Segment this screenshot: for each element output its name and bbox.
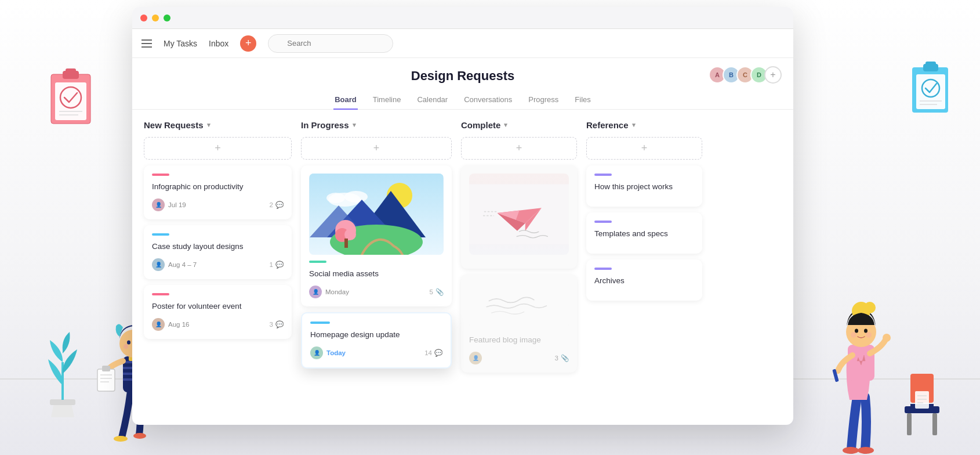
column-title-reference: Reference <box>586 120 629 130</box>
column-chevron-complete[interactable]: ▾ <box>504 121 507 129</box>
card-title-casestudy: Case study layout designs <box>152 241 284 252</box>
comment-count-social: 5 <box>430 288 433 295</box>
mountain-scene <box>309 174 444 255</box>
card-title-blog: Featured blog image <box>469 335 569 346</box>
minimize-button[interactable] <box>152 15 159 21</box>
column-header-in-progress: In Progress ▾ <box>301 119 452 131</box>
search-input[interactable] <box>268 34 393 53</box>
card-meta-blog: 👤 <box>469 352 482 364</box>
card-title-how-project: How this project works <box>594 182 694 193</box>
column-header-new-requests: New Requests ▾ <box>144 119 292 131</box>
card-comments-social: 5 📎 <box>430 288 444 296</box>
svg-point-61 <box>326 193 345 203</box>
card-image-blog <box>469 283 569 329</box>
card-footer-casestudy: 👤 Aug 4 – 7 1 💬 <box>152 258 284 271</box>
my-tasks-link[interactable]: My Tasks <box>164 39 197 48</box>
column-chevron-in-progress[interactable]: ▾ <box>353 121 356 129</box>
tab-files[interactable]: Files <box>574 91 591 110</box>
svg-rect-69 <box>344 239 348 248</box>
column-reference: Reference ▾ + How this project works Tem… <box>586 119 702 416</box>
comment-count-homepage: 14 <box>424 349 432 356</box>
column-new-requests: New Requests ▾ + Infographic on producti… <box>144 119 292 416</box>
card-poster[interactable]: Poster for volunteer event 👤 Aug 16 3 💬 <box>144 285 292 339</box>
card-comments-poster: 3 💬 <box>270 320 284 328</box>
card-accent-teal <box>309 261 326 263</box>
card-meta-homepage: 👤 Today <box>310 346 346 359</box>
project-header: Design Requests A B C D + Board Timeline… <box>132 58 793 110</box>
card-blog[interactable]: Featured blog image 👤 3 📎 <box>461 275 577 373</box>
card-comments-blog: 3 📎 <box>555 354 569 362</box>
sketch-scene <box>469 283 569 329</box>
card-meta-social: 👤 Monday <box>309 286 349 298</box>
column-complete: Complete ▾ + <box>461 119 577 416</box>
column-chevron-reference[interactable]: ▾ <box>632 121 636 129</box>
create-button[interactable]: + <box>240 35 256 52</box>
comment-icon-casestudy: 💬 <box>275 261 284 269</box>
tab-progress[interactable]: Progress <box>527 91 560 110</box>
column-title-complete: Complete <box>461 120 500 130</box>
card-archives[interactable]: Archives <box>586 259 702 301</box>
svg-rect-77 <box>469 286 569 326</box>
card-footer-blog: 👤 3 📎 <box>469 352 569 364</box>
card-accent-pink-2 <box>152 293 169 295</box>
card-accent-purple-3 <box>594 268 612 270</box>
card-date-infographic: Jul 19 <box>168 201 186 208</box>
card-casestudy[interactable]: Case study layout designs 👤 Aug 4 – 7 1 … <box>144 225 292 279</box>
card-title-social: Social media assets <box>309 269 444 280</box>
card-accent-purple-2 <box>594 221 612 223</box>
card-meta-casestudy: 👤 Aug 4 – 7 <box>152 258 197 271</box>
card-footer-social: 👤 Monday 5 📎 <box>309 286 444 298</box>
tab-board[interactable]: Board <box>333 91 358 110</box>
card-meta-infographic: 👤 Jul 19 <box>152 198 186 211</box>
top-navigation: My Tasks Inbox + ⌕ <box>132 29 793 58</box>
card-footer-poster: 👤 Aug 16 3 💬 <box>152 318 284 331</box>
project-title: Design Requests <box>132 68 793 84</box>
close-button[interactable] <box>140 15 147 21</box>
column-title-new-requests: New Requests <box>144 120 204 130</box>
plane-scene <box>469 174 569 255</box>
maximize-button[interactable] <box>164 15 170 21</box>
card-accent-pink <box>152 174 169 176</box>
comment-count-infographic: 2 <box>270 201 273 208</box>
card-date-social: Monday <box>325 288 349 295</box>
card-homepage[interactable]: Homepage design update 👤 Today 14 💬 <box>301 312 452 369</box>
hamburger-menu[interactable] <box>141 39 152 48</box>
add-card-in-progress[interactable]: + <box>301 137 452 160</box>
card-avatar-infographic: 👤 <box>152 198 165 211</box>
card-plane[interactable] <box>461 165 577 269</box>
tab-conversations[interactable]: Conversations <box>463 91 513 110</box>
card-avatar-casestudy: 👤 <box>152 258 165 271</box>
card-how-project-works[interactable]: How this project works <box>586 165 702 207</box>
card-title-homepage: Homepage design update <box>310 330 442 341</box>
card-title-infographic: Infographic on productivity <box>152 182 284 193</box>
add-member-button[interactable]: + <box>764 66 782 84</box>
card-accent-blue-2 <box>310 322 330 324</box>
column-header-reference: Reference ▾ <box>586 119 702 131</box>
attachment-icon-social: 📎 <box>435 288 444 296</box>
card-meta-poster: 👤 Aug 16 <box>152 318 189 331</box>
column-chevron-new-requests[interactable]: ▾ <box>207 121 210 129</box>
card-social-media[interactable]: Social media assets 👤 Monday 5 📎 <box>301 165 452 306</box>
search-wrapper: ⌕ <box>268 34 784 53</box>
card-accent-purple-1 <box>594 174 612 176</box>
card-avatar-poster: 👤 <box>152 318 165 331</box>
card-image-social-media <box>309 174 444 255</box>
card-avatar-social: 👤 <box>309 286 322 298</box>
tab-bar: Board Timeline Calendar Conversations Pr… <box>132 91 793 110</box>
card-infographic[interactable]: Infographic on productivity 👤 Jul 19 2 💬 <box>144 165 292 219</box>
card-comments-homepage: 14 💬 <box>424 349 442 357</box>
card-date-poster: Aug 16 <box>168 321 189 328</box>
add-card-reference[interactable]: + <box>586 137 702 160</box>
column-title-in-progress: In Progress <box>301 120 349 130</box>
tab-timeline[interactable]: Timeline <box>372 91 402 110</box>
card-image-plane <box>469 174 569 255</box>
add-card-new-requests[interactable]: + <box>144 137 292 160</box>
card-templates[interactable]: Templates and specs <box>586 212 702 254</box>
inbox-link[interactable]: Inbox <box>209 39 228 48</box>
card-avatar-homepage: 👤 <box>310 346 323 359</box>
comment-icon-infographic: 💬 <box>275 201 284 209</box>
column-in-progress: In Progress ▾ + <box>301 119 452 416</box>
add-card-complete[interactable]: + <box>461 137 577 160</box>
tab-calendar[interactable]: Calendar <box>416 91 449 110</box>
attachment-icon-blog: 📎 <box>561 354 569 362</box>
